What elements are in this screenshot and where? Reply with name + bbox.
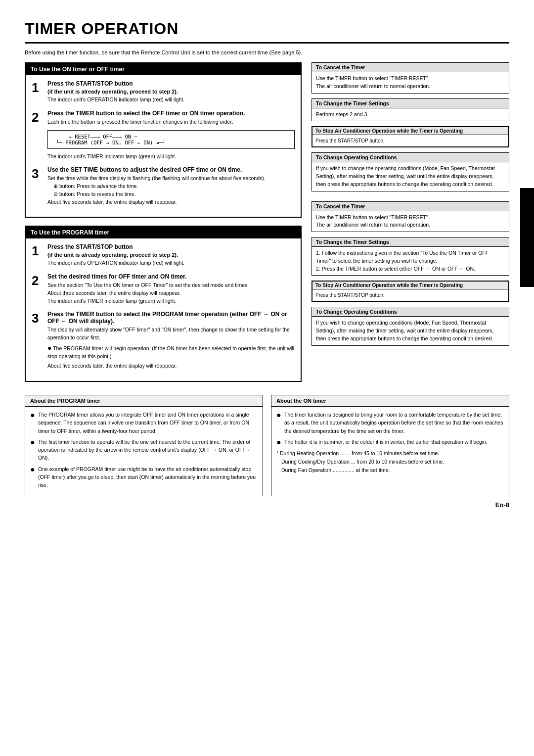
on-off-timer-content: 1 Press the START/STOP button (if the un… [26,75,301,217]
prog-step-2: 2 Set the desired times for OFF timer an… [32,273,295,305]
bottom-section: About the PROGRAM timer ● The PROGRAM ti… [25,395,509,496]
change-settings-content-1: Perform steps 2 and 3. [312,108,509,121]
prog-step-2-body2: About three seconds later, the entire di… [47,289,295,297]
stop-ac-header-1: To Stop Air Conditioner Operation while … [312,127,508,135]
timer-diagram: → RESET——→ OFF——→ ON ─ └─ PROGRAM (OFF →… [47,130,295,149]
on-bullet-1-text: The timer function is designed to bring … [284,411,504,435]
prog-step-1-subtitle: (if the unit is already operating, proce… [47,252,295,258]
program-bullet-3-text: One example of PROGRAM timer use might b… [38,465,258,489]
on-timer-note-2: During Cooling/Dry Operation ... from 20… [276,458,504,466]
change-conditions-header-2: To Change Operating Conditions [312,307,509,317]
step-1-body: The indoor unit's OPERATION indicator la… [47,96,295,104]
change-settings-box-1: To Change the Timer Settings Perform ste… [312,98,509,122]
left-column: To Use the ON timer or OFF timer 1 Press… [25,62,302,390]
page-title: TIMER OPERATION [25,20,509,44]
prog-step-1-title: Press the START/STOP button [47,243,295,250]
on-timer-note-1: * During Heating Operation ....... from … [276,449,504,458]
on-off-step-1: 1 Press the START/STOP button (if the un… [32,80,295,104]
change-settings-body1-2: 1. Follow the instructions given in the … [316,249,505,265]
main-layout: To Use the ON timer or OFF timer 1 Press… [25,62,509,390]
prog-step-3-title: Press the TIMER button to select the PRO… [47,311,295,325]
program-timer-content: 1 Press the START/STOP button (if the un… [26,238,301,381]
prog-step-num-1: 1 [32,244,44,267]
cancel-timer-header-2: To Cancel the Timer [312,202,509,211]
cancel-timer-body1-2: Use the TIMER button to select "TIMER RE… [316,214,430,220]
cancel-timer-header-1: To Cancel the Timer [312,63,509,72]
right-program-panel: To Cancel the Timer Use the TIMER button… [312,201,509,346]
about-program-timer-content: ● The PROGRAM timer allows you to integr… [25,407,263,496]
page-wrapper: TIMER OPERATION Before using the timer f… [25,20,509,509]
stop-ac-box-2: To Stop Air Conditioner Operation while … [312,281,509,302]
on-bullet-1: ● The timer function is designed to brin… [276,411,504,435]
program-bullet-2-text: The first timer function to operate will… [38,438,258,462]
step-3-body2: ⊕ button: Press to advance the time. [47,183,295,190]
about-program-timer-header: About the PROGRAM timer [25,395,263,407]
right-on-off-panel: To Cancel the Timer Use the TIMER button… [312,62,509,191]
intro-text: Before using the timer function, be sure… [25,49,509,55]
prog-step-num-3: 3 [32,312,44,370]
change-conditions-box-2: To Change Operating Conditions If you wi… [312,307,509,345]
step-1-subtitle: (if the unit is already operating, proce… [47,89,295,94]
prog-step-3-content: Press the TIMER button to select the PRO… [47,311,295,370]
about-program-timer-box: About the PROGRAM timer ● The PROGRAM ti… [25,395,263,496]
prog-step-1: 1 Press the START/STOP button (if the un… [32,243,295,267]
cancel-timer-body1-1: Use the TIMER button to select "TIMER RE… [316,75,430,81]
about-on-timer-box: About the ON timer ● The timer function … [271,395,509,496]
change-settings-header-2: To Change the Timer Settings [312,237,509,247]
stop-ac-inner-2: To Stop Air Conditioner Operation while … [312,281,509,301]
change-settings-body2-2: 2. Press the TIMER button to select eith… [316,265,505,273]
on-off-timer-section: To Use the ON timer or OFF timer 1 Press… [25,62,302,218]
step-3-body1: Set the time while the time display is f… [47,175,295,183]
on-timer-note-3: During Fan Operation ............... at … [276,466,504,474]
change-conditions-header-1: To Change Operating Conditions [312,153,509,162]
diagram-line1: → RESET——→ OFF——→ ON ─ [53,134,289,140]
step-1-title: Press the START/STOP button [47,80,295,87]
program-bullet-2: ● The first timer function to operate wi… [30,438,258,462]
step-3-content: Use the SET TIME buttons to adjust the d… [47,166,295,206]
prog-step-3: 3 Press the TIMER button to select the P… [32,311,295,370]
bullet-icon-p2: ● [30,438,35,462]
step-2-title: Press the TIMER button to select the OFF… [47,110,295,117]
prog-step-2-body1: See the section "To Use the ON timer or … [47,282,295,289]
bullet-icon-p1: ● [30,411,35,435]
stop-ac-inner-1: To Stop Air Conditioner Operation while … [312,127,509,147]
bullet-icon: ● [47,344,51,352]
diagram-line2: └─ PROGRAM (OFF → ON, OFF ← ON) ◄─┘ [53,140,289,145]
stop-ac-header-2: To Stop Air Conditioner Operation while … [312,282,508,289]
change-conditions-content-1: If you wish to change the operating cond… [312,162,509,190]
cancel-timer-body2-1: The air conditioner will return to norma… [316,83,430,89]
right-column: To Cancel the Timer Use the TIMER button… [312,62,509,390]
step-3-title: Use the SET TIME buttons to adjust the d… [47,166,295,173]
step-num-1: 1 [32,81,44,104]
change-conditions-box-1: To Change Operating Conditions If you wi… [312,152,509,191]
prog-step-1-content: Press the START/STOP button (if the unit… [47,243,295,267]
prog-step-num-2: 2 [32,274,44,305]
program-timer-header: To Use the PROGRAM timer [26,227,301,238]
change-settings-header-1: To Change the Timer Settings [312,99,509,108]
prog-step-3-body3: About five seconds later, the entire dis… [47,362,295,370]
step-2-body: Each time the button is pressed the time… [47,118,295,126]
step-num-2: 2 [32,111,44,161]
program-bullet-1: ● The PROGRAM timer allows you to integr… [30,411,258,435]
bullet-icon-o1: ● [276,411,281,435]
prog-step-2-title: Set the desired times for OFF timer and … [47,273,295,280]
cancel-timer-box-2: To Cancel the Timer Use the TIMER button… [312,201,509,233]
step-3-body4: About five seconds later, the entire dis… [47,198,295,206]
cancel-timer-box-1: To Cancel the Timer Use the TIMER button… [312,62,509,94]
program-bullet-1-text: The PROGRAM timer allows you to integrat… [38,411,258,435]
on-off-timer-header: To Use the ON timer or OFF timer [26,63,301,75]
on-timer-notes: * During Heating Operation ....... from … [276,449,504,474]
program-bullet-3: ● One example of PROGRAM timer use might… [30,465,258,489]
bullet-icon-o2: ● [276,438,281,447]
change-settings-content-2: 1. Follow the instructions given in the … [312,247,509,275]
prog-step-2-body3: The indoor unit's TIMER indicator lamp (… [47,297,295,305]
change-settings-box-2: To Change the Timer Settings 1. Follow t… [312,237,509,276]
on-bullet-2: ● The hotter it is in summer, or the col… [276,438,504,447]
on-off-step-3: 3 Use the SET TIME buttons to adjust the… [32,166,295,206]
prog-step-2-content: Set the desired times for OFF timer and … [47,273,295,305]
on-bullet-2-text: The hotter it is in summer, or the colde… [284,438,488,447]
about-on-timer-content: ● The timer function is designed to brin… [271,407,509,478]
stop-ac-box-1: To Stop Air Conditioner Operation while … [312,126,509,147]
step-1-content: Press the START/STOP button (if the unit… [47,80,295,104]
step-3-body3: ⊖ button: Press to reverse the time. [47,190,295,198]
